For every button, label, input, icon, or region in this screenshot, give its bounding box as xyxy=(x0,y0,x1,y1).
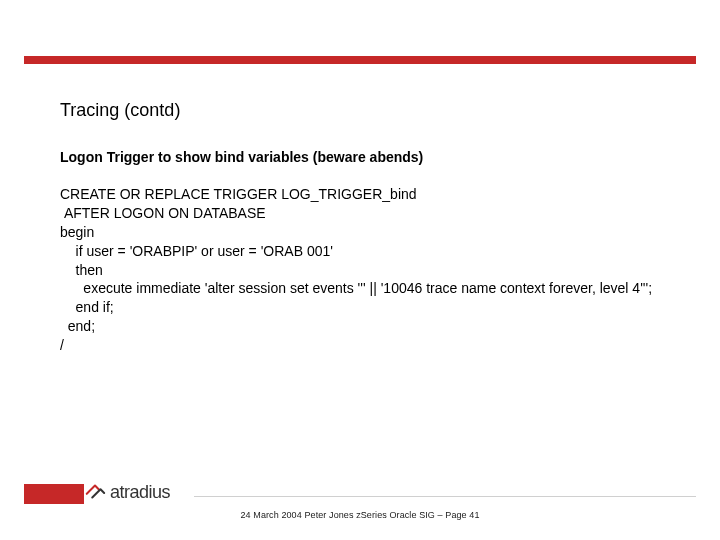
footer-divider xyxy=(194,496,696,497)
slide-subhead: Logon Trigger to show bind variables (be… xyxy=(60,149,670,165)
footer-red-block xyxy=(24,484,84,504)
code-block: CREATE OR REPLACE TRIGGER LOG_TRIGGER_bi… xyxy=(60,185,670,355)
logo-mark-icon xyxy=(84,481,106,503)
brand-logo: atradius xyxy=(84,480,170,504)
header-bar xyxy=(24,56,696,64)
slide-content: Tracing (contd) Logon Trigger to show bi… xyxy=(60,100,670,355)
footer-text: 24 March 2004 Peter Jones zSeries Oracle… xyxy=(0,510,720,520)
brand-name: atradius xyxy=(110,482,170,503)
footer-bar: atradius xyxy=(24,484,696,504)
slide-title: Tracing (contd) xyxy=(60,100,670,121)
